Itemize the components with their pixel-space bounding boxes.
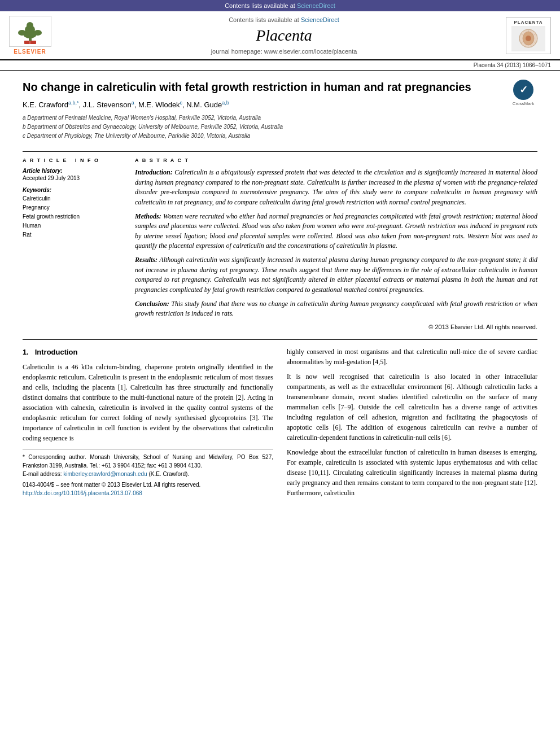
keywords-group: Keywords: Calreticulin Pregnancy Fetal g… <box>23 187 121 239</box>
doi-link[interactable]: http://dx.doi.org/10.1016/j.placenta.201… <box>23 490 142 496</box>
info-abstract-row: A R T I C L E I N F O Article history: A… <box>23 158 537 330</box>
author-crawford-sup: a,b,* <box>68 100 79 106</box>
elsevier-tree-svg <box>12 18 49 45</box>
elsevier-name-label: ELSEVIER <box>14 49 46 55</box>
author-stevenson: J.L. Stevenson <box>83 101 132 109</box>
contents-line: Contents lists available at ScienceDirec… <box>62 16 506 23</box>
keyword-pregnancy: Pregnancy <box>23 203 121 212</box>
intro-para-2: It is now well recognised that calreticu… <box>287 372 537 443</box>
abstract-methods-label: Methods: <box>135 212 161 220</box>
article-title: No change in calreticulin with fetal gro… <box>23 80 500 94</box>
abstract-results-label: Results: <box>135 256 158 264</box>
elsevier-logo: ELSEVIER <box>5 16 55 55</box>
keywords-label: Keywords: <box>23 187 121 193</box>
header-center: Contents lists available at ScienceDirec… <box>62 16 506 55</box>
abstract-results: Results: Although calreticulin was signi… <box>135 255 537 295</box>
intro-section-title: 1. Introduction <box>23 347 273 358</box>
svg-point-10 <box>526 36 531 41</box>
author-wlodek-sup: c <box>180 100 183 106</box>
abstract-results-text: Although calreticulin was significantly … <box>135 256 537 293</box>
article-content: No change in calreticulin with fetal gro… <box>0 71 560 512</box>
article-accepted-value: Accepted 29 July 2013 <box>23 175 121 181</box>
svg-point-3 <box>27 22 33 29</box>
placenta-logo-box: PLACENTA <box>506 17 551 54</box>
crossmark-badge[interactable]: ✓ CrossMark <box>509 80 537 106</box>
keyword-rat: Rat <box>23 230 121 239</box>
article-title-text: No change in calreticulin with fetal gro… <box>23 80 500 146</box>
crossmark-label: CrossMark <box>513 101 535 106</box>
intro-para-3: Knowledge about the extracellular functi… <box>287 447 537 498</box>
article-title-section: No change in calreticulin with fetal gro… <box>23 80 537 146</box>
svg-point-4 <box>18 30 26 36</box>
abstract-conclusion: Conclusion: This study found that there … <box>135 299 537 319</box>
doi-bar: Placenta 34 (2013) 1066–1071 <box>0 60 560 71</box>
abstract-methods-text: Women were recruited who either had norm… <box>135 212 537 250</box>
keyword-calreticulin: Calreticulin <box>23 194 121 203</box>
abstract-intro-label: Introduction: <box>135 168 173 176</box>
affiliation-a: a Department of Perinatal Medicine, Roya… <box>23 113 500 122</box>
footnote-corresponding: * Corresponding author. Monash Universit… <box>23 453 273 470</box>
article-history-label: Article history: <box>23 168 121 174</box>
science-direct-link[interactable]: ScienceDirect <box>297 2 335 9</box>
article-history-group: Article history: Accepted 29 July 2013 <box>23 168 121 181</box>
footnote-email-link[interactable]: kimberley.crawford@monash.edu <box>63 471 147 477</box>
author-crawford: K.E. Crawford <box>23 101 68 109</box>
intro-para-1: Calreticulin is a 46 kDa calcium-binding… <box>23 362 273 443</box>
footnote-email-line: E-mail address: kimberley.crawford@monas… <box>23 470 273 478</box>
main-text-columns: 1. Introduction Calreticulin is a 46 kDa… <box>23 347 537 503</box>
divider-after-title <box>23 151 537 152</box>
affiliations: a Department of Perinatal Medicine, Roya… <box>23 113 500 140</box>
abstract-header: A B S T R A C T <box>135 158 537 163</box>
page-wrapper: Contents lists available at ScienceDirec… <box>0 0 560 512</box>
keyword-fgr: Fetal growth restriction <box>23 212 121 221</box>
crossmark-circle: ✓ <box>513 80 533 100</box>
intro-section-number: 1. <box>23 348 29 356</box>
abstract-intro-text: Calreticulin is a ubiquitously expressed… <box>135 168 537 206</box>
abstract-column: A B S T R A C T Introduction: Calreticul… <box>135 158 537 330</box>
keyword-human: Human <box>23 221 121 230</box>
abstract-methods: Methods: Women were recruited who either… <box>135 212 537 251</box>
top-bar: Contents lists available at ScienceDirec… <box>0 0 560 11</box>
svg-rect-6 <box>24 41 36 44</box>
svg-point-5 <box>34 30 42 36</box>
footnote-email-label: E-mail address: <box>23 471 62 477</box>
authors-line: K.E. Crawforda,b,*, J.L. Stevensona, M.E… <box>23 100 500 109</box>
science-direct-text: Contents lists available at <box>225 2 297 9</box>
abstract-intro: Introduction: Calreticulin is a ubiquito… <box>135 168 537 207</box>
copyright-line: © 2013 Elsevier Ltd. All rights reserved… <box>135 324 537 330</box>
placenta-logo-image <box>511 26 545 51</box>
author-stevenson-sup: a <box>132 100 134 106</box>
author-gude-sup: a,b <box>222 100 229 106</box>
science-direct-header-link[interactable]: ScienceDirect <box>301 16 339 23</box>
abstract-conclusion-label: Conclusion: <box>135 300 169 308</box>
placenta-logo-title: PLACENTA <box>509 20 548 25</box>
affiliation-b: b Department of Obstetrics and Gynaecolo… <box>23 123 500 131</box>
intro-section-label: Introduction <box>35 348 78 356</box>
crossmark-symbol: ✓ <box>519 84 528 96</box>
author-wlodek: M.E. Wlodek <box>138 101 180 109</box>
journal-title: Placenta <box>62 27 506 45</box>
elsevier-logo-image <box>9 16 51 47</box>
journal-homepage: journal homepage: www.elsevier.com/locat… <box>62 48 506 55</box>
author-gude: N.M. Gude <box>186 101 222 109</box>
keyword-list: Calreticulin Pregnancy Fetal growth rest… <box>23 194 121 239</box>
journal-header: ELSEVIER Contents lists available at Sci… <box>0 11 560 60</box>
main-col-left: 1. Introduction Calreticulin is a 46 kDa… <box>23 347 273 503</box>
footnote-section: * Corresponding author. Monash Universit… <box>23 449 273 497</box>
abstract-conclusion-text: This study found that there was no chang… <box>135 300 537 317</box>
article-info-header: A R T I C L E I N F O <box>23 158 121 163</box>
intro-para-1b: highly conserved in most organisms and t… <box>287 347 537 367</box>
main-col-right: highly conserved in most organisms and t… <box>287 347 537 503</box>
issn-line: 0143-4004/$ – see front matter © 2013 El… <box>23 480 273 489</box>
main-text-section: 1. Introduction Calreticulin is a 46 kDa… <box>23 339 537 503</box>
placenta-logo-svg <box>513 27 544 50</box>
affiliation-c: c Department of Physiology, The Universi… <box>23 132 500 140</box>
article-info-column: A R T I C L E I N F O Article history: A… <box>23 158 121 330</box>
footnote-email-suffix: (K.E. Crawford). <box>148 471 189 477</box>
